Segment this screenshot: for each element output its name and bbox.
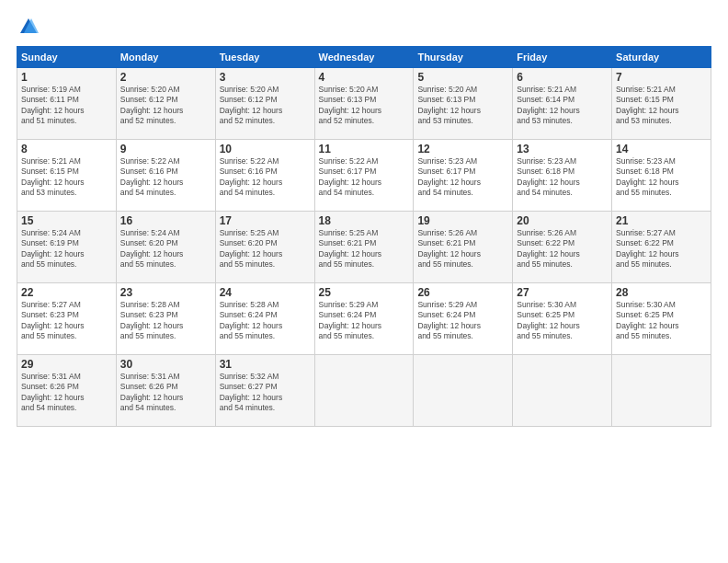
day-info: Sunrise: 5:26 AM Sunset: 6:22 PM Dayligh…	[517, 228, 608, 270]
table-row: 17Sunrise: 5:25 AM Sunset: 6:20 PM Dayli…	[215, 212, 314, 283]
day-number: 18	[319, 214, 410, 227]
day-number: 15	[21, 214, 112, 227]
table-row	[513, 355, 612, 427]
table-row	[314, 355, 414, 427]
day-info: Sunrise: 5:20 AM Sunset: 6:12 PM Dayligh…	[120, 85, 211, 127]
table-row	[414, 355, 513, 427]
day-number: 3	[220, 71, 311, 84]
table-row: 31Sunrise: 5:32 AM Sunset: 6:27 PM Dayli…	[215, 355, 314, 427]
day-number: 19	[417, 214, 508, 227]
day-number: 27	[517, 286, 608, 299]
col-wednesday: Wednesday	[314, 47, 414, 68]
day-info: Sunrise: 5:24 AM Sunset: 6:19 PM Dayligh…	[21, 228, 112, 270]
day-number: 28	[616, 286, 707, 299]
col-friday: Friday	[513, 47, 612, 68]
day-info: Sunrise: 5:25 AM Sunset: 6:21 PM Dayligh…	[319, 228, 410, 270]
calendar-table: Sunday Monday Tuesday Wednesday Thursday…	[17, 46, 711, 427]
day-info: Sunrise: 5:31 AM Sunset: 6:26 PM Dayligh…	[120, 372, 211, 414]
calendar-week-row: 29Sunrise: 5:31 AM Sunset: 6:26 PM Dayli…	[17, 355, 711, 427]
day-number: 25	[319, 286, 410, 299]
col-tuesday: Tuesday	[215, 47, 314, 68]
table-row: 1Sunrise: 5:19 AM Sunset: 6:11 PM Daylig…	[17, 68, 117, 140]
col-monday: Monday	[116, 47, 215, 68]
table-row: 16Sunrise: 5:24 AM Sunset: 6:20 PM Dayli…	[116, 212, 215, 283]
day-number: 29	[21, 358, 112, 371]
table-row: 4Sunrise: 5:20 AM Sunset: 6:13 PM Daylig…	[314, 68, 414, 140]
day-number: 6	[517, 71, 608, 84]
table-row: 27Sunrise: 5:30 AM Sunset: 6:25 PM Dayli…	[513, 283, 612, 355]
table-row: 20Sunrise: 5:26 AM Sunset: 6:22 PM Dayli…	[513, 212, 612, 283]
calendar-week-row: 8Sunrise: 5:21 AM Sunset: 6:15 PM Daylig…	[17, 140, 711, 212]
day-number: 17	[220, 214, 311, 227]
table-row: 22Sunrise: 5:27 AM Sunset: 6:23 PM Dayli…	[17, 283, 117, 355]
day-info: Sunrise: 5:22 AM Sunset: 6:16 PM Dayligh…	[120, 156, 211, 199]
day-info: Sunrise: 5:26 AM Sunset: 6:21 PM Dayligh…	[417, 228, 508, 270]
day-info: Sunrise: 5:25 AM Sunset: 6:20 PM Dayligh…	[220, 228, 311, 270]
day-number: 11	[319, 143, 410, 155]
calendar-week-row: 22Sunrise: 5:27 AM Sunset: 6:23 PM Dayli…	[17, 283, 711, 355]
day-number: 24	[220, 286, 311, 299]
day-number: 1	[21, 71, 112, 84]
page: Sunday Monday Tuesday Wednesday Thursday…	[0, 0, 728, 563]
table-row: 18Sunrise: 5:25 AM Sunset: 6:21 PM Dayli…	[314, 212, 414, 283]
table-row: 3Sunrise: 5:20 AM Sunset: 6:12 PM Daylig…	[215, 68, 314, 140]
day-info: Sunrise: 5:21 AM Sunset: 6:15 PM Dayligh…	[616, 85, 707, 127]
day-number: 9	[120, 143, 211, 155]
day-info: Sunrise: 5:28 AM Sunset: 6:23 PM Dayligh…	[120, 300, 211, 342]
day-info: Sunrise: 5:28 AM Sunset: 6:24 PM Dayligh…	[220, 300, 311, 342]
day-number: 4	[319, 71, 410, 84]
table-row: 8Sunrise: 5:21 AM Sunset: 6:15 PM Daylig…	[17, 140, 117, 212]
col-thursday: Thursday	[414, 47, 513, 68]
logo-icon	[18, 17, 39, 37]
table-row: 7Sunrise: 5:21 AM Sunset: 6:15 PM Daylig…	[612, 68, 711, 140]
day-info: Sunrise: 5:23 AM Sunset: 6:17 PM Dayligh…	[417, 156, 508, 199]
day-number: 31	[220, 358, 311, 371]
day-info: Sunrise: 5:30 AM Sunset: 6:25 PM Dayligh…	[616, 300, 707, 342]
table-row: 21Sunrise: 5:27 AM Sunset: 6:22 PM Dayli…	[612, 212, 711, 283]
table-row: 23Sunrise: 5:28 AM Sunset: 6:23 PM Dayli…	[116, 283, 215, 355]
table-row: 25Sunrise: 5:29 AM Sunset: 6:24 PM Dayli…	[314, 283, 414, 355]
day-info: Sunrise: 5:21 AM Sunset: 6:15 PM Dayligh…	[21, 156, 112, 199]
day-number: 10	[220, 143, 311, 155]
day-info: Sunrise: 5:23 AM Sunset: 6:18 PM Dayligh…	[616, 156, 707, 199]
day-number: 13	[517, 143, 608, 155]
day-info: Sunrise: 5:30 AM Sunset: 6:25 PM Dayligh…	[517, 300, 608, 342]
day-info: Sunrise: 5:22 AM Sunset: 6:17 PM Dayligh…	[319, 156, 410, 199]
table-row: 29Sunrise: 5:31 AM Sunset: 6:26 PM Dayli…	[17, 355, 117, 427]
table-row: 6Sunrise: 5:21 AM Sunset: 6:14 PM Daylig…	[513, 68, 612, 140]
table-row: 13Sunrise: 5:23 AM Sunset: 6:18 PM Dayli…	[513, 140, 612, 212]
table-row: 28Sunrise: 5:30 AM Sunset: 6:25 PM Dayli…	[612, 283, 711, 355]
day-number: 22	[21, 286, 112, 299]
day-info: Sunrise: 5:20 AM Sunset: 6:13 PM Dayligh…	[417, 85, 508, 127]
day-number: 21	[616, 214, 707, 227]
calendar-header-row: Sunday Monday Tuesday Wednesday Thursday…	[17, 47, 711, 68]
day-info: Sunrise: 5:20 AM Sunset: 6:13 PM Dayligh…	[319, 85, 410, 127]
header	[17, 17, 711, 37]
day-number: 14	[616, 143, 707, 155]
day-info: Sunrise: 5:32 AM Sunset: 6:27 PM Dayligh…	[220, 372, 311, 414]
day-info: Sunrise: 5:21 AM Sunset: 6:14 PM Dayligh…	[517, 85, 608, 127]
day-number: 23	[120, 286, 211, 299]
table-row: 19Sunrise: 5:26 AM Sunset: 6:21 PM Dayli…	[414, 212, 513, 283]
day-number: 26	[417, 286, 508, 299]
table-row: 5Sunrise: 5:20 AM Sunset: 6:13 PM Daylig…	[414, 68, 513, 140]
day-info: Sunrise: 5:24 AM Sunset: 6:20 PM Dayligh…	[120, 228, 211, 270]
day-info: Sunrise: 5:22 AM Sunset: 6:16 PM Dayligh…	[220, 156, 311, 199]
day-number: 30	[120, 358, 211, 371]
day-info: Sunrise: 5:19 AM Sunset: 6:11 PM Dayligh…	[21, 85, 112, 127]
day-info: Sunrise: 5:31 AM Sunset: 6:26 PM Dayligh…	[21, 372, 112, 414]
day-info: Sunrise: 5:23 AM Sunset: 6:18 PM Dayligh…	[517, 156, 608, 199]
calendar-week-row: 1Sunrise: 5:19 AM Sunset: 6:11 PM Daylig…	[17, 68, 711, 140]
table-row: 30Sunrise: 5:31 AM Sunset: 6:26 PM Dayli…	[116, 355, 215, 427]
day-info: Sunrise: 5:29 AM Sunset: 6:24 PM Dayligh…	[417, 300, 508, 342]
calendar-week-row: 15Sunrise: 5:24 AM Sunset: 6:19 PM Dayli…	[17, 212, 711, 283]
day-info: Sunrise: 5:20 AM Sunset: 6:12 PM Dayligh…	[220, 85, 311, 127]
day-number: 2	[120, 71, 211, 84]
table-row: 2Sunrise: 5:20 AM Sunset: 6:12 PM Daylig…	[116, 68, 215, 140]
day-number: 8	[21, 143, 112, 155]
day-number: 16	[120, 214, 211, 227]
table-row	[612, 355, 711, 427]
day-info: Sunrise: 5:27 AM Sunset: 6:22 PM Dayligh…	[616, 228, 707, 270]
table-row: 26Sunrise: 5:29 AM Sunset: 6:24 PM Dayli…	[414, 283, 513, 355]
table-row: 10Sunrise: 5:22 AM Sunset: 6:16 PM Dayli…	[215, 140, 314, 212]
